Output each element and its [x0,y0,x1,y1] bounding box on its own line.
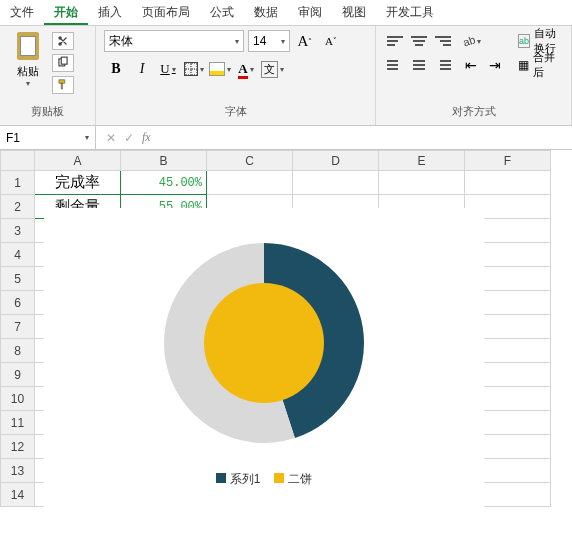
menu-review[interactable]: 审阅 [288,0,332,25]
name-box-value: F1 [6,131,20,145]
menu-data[interactable]: 数据 [244,0,288,25]
fill-icon [209,62,225,76]
row-header-12[interactable]: 12 [1,435,35,459]
fx-icon[interactable]: fx [142,130,151,145]
align-bottom-button[interactable] [432,30,454,52]
ribbon: 粘贴 ▾ 剪贴板 宋体 ▾ [0,26,572,126]
cell-E1[interactable] [379,171,465,195]
merge-center-button[interactable]: ▦ 合并后 [512,54,563,76]
brush-icon [56,78,70,92]
row-header-11[interactable]: 11 [1,411,35,435]
svg-point-3 [204,283,324,403]
paste-button[interactable]: 粘贴 ▾ [8,30,48,88]
underline-button[interactable]: U▾ [156,58,180,80]
align-right-button[interactable] [432,54,454,76]
chevron-down-icon: ▾ [235,37,239,46]
wen-icon: 文 [261,61,278,78]
cell-D1[interactable] [293,171,379,195]
align-center-button[interactable] [408,54,430,76]
svg-text:ab: ab [461,33,477,48]
font-color-button[interactable]: A▾ [234,58,258,80]
menu-view[interactable]: 视图 [332,0,376,25]
formula-input[interactable] [161,126,572,149]
format-painter-button[interactable] [52,76,74,94]
cell-C1[interactable] [207,171,293,195]
decrease-indent-button[interactable]: ⇤ [460,54,482,76]
font-group-label: 字体 [104,102,367,121]
decrease-font-button[interactable]: A˅ [320,30,342,52]
copy-button[interactable] [52,54,74,72]
col-header-A[interactable]: A [35,151,121,171]
chart-legend: 系列1 二饼 [44,471,484,488]
legend-label-series1: 系列1 [230,472,261,486]
row-header-2[interactable]: 2 [1,195,35,219]
wrap-text-button[interactable]: ab 自动换行 [512,30,563,52]
row-header-14[interactable]: 14 [1,483,35,507]
menu-file[interactable]: 文件 [0,0,44,25]
borders-button[interactable]: ▾ [182,58,206,80]
align-middle-button[interactable] [408,30,430,52]
menu-bar: 文件 开始 插入 页面布局 公式 数据 审阅 视图 开发工具 [0,0,572,26]
row-header-5[interactable]: 5 [1,267,35,291]
merge-icon: ▦ [518,58,529,72]
menu-formulas[interactable]: 公式 [200,0,244,25]
row-header-1[interactable]: 1 [1,171,35,195]
align-top-button[interactable] [384,30,406,52]
enter-icon[interactable]: ✓ [124,131,134,145]
row-header-13[interactable]: 13 [1,459,35,483]
name-box[interactable]: F1 ▾ [0,126,96,149]
align-left-button[interactable] [384,54,406,76]
cell-A1[interactable]: 完成率 [35,171,121,195]
font-size-value: 14 [253,34,266,48]
menu-insert[interactable]: 插入 [88,0,132,25]
phonetic-button[interactable]: 文▾ [260,58,284,80]
legend-swatch-series1 [216,473,226,483]
menu-page-layout[interactable]: 页面布局 [132,0,200,25]
cell-B1[interactable]: 45.00% [121,171,207,195]
chevron-down-icon: ▾ [26,79,30,88]
select-all-corner[interactable] [1,151,35,171]
cut-button[interactable] [52,32,74,50]
formula-bar-buttons: ✕ ✓ fx [96,126,161,149]
border-icon [184,62,198,76]
row-header-9[interactable]: 9 [1,363,35,387]
row-header-3[interactable]: 3 [1,219,35,243]
row-header-4[interactable]: 4 [1,243,35,267]
pie-chart-svg [134,223,394,463]
increase-indent-button[interactable]: ⇥ [484,54,506,76]
bold-button[interactable]: B [104,58,128,80]
chevron-down-icon: ▾ [281,37,285,46]
embedded-chart[interactable]: 系列1 二饼 [44,208,484,528]
col-header-B[interactable]: B [121,151,207,171]
clipboard-group-label: 剪贴板 [8,102,87,121]
row-header-10[interactable]: 10 [1,387,35,411]
row-header-8[interactable]: 8 [1,339,35,363]
col-header-F[interactable]: F [465,151,551,171]
italic-button[interactable]: I [130,58,154,80]
merge-label: 合并后 [533,50,557,80]
paste-label: 粘贴 [17,64,39,79]
wrap-icon: ab [518,34,530,48]
ribbon-group-alignment: ab▾ ⇤ ⇥ ab 自动换行 ▦ 合并后 对齐方式 [376,26,572,125]
increase-font-button[interactable]: A˄ [294,30,316,52]
paste-icon [14,30,42,62]
alignment-group-label: 对齐方式 [384,102,563,121]
orientation-button[interactable]: ab▾ [460,30,482,52]
font-size-select[interactable]: 14 ▾ [248,30,290,52]
col-header-E[interactable]: E [379,151,465,171]
formula-bar-row: F1 ▾ ✕ ✓ fx [0,126,572,150]
cell-F1[interactable] [465,171,551,195]
cancel-icon[interactable]: ✕ [106,131,116,145]
chevron-down-icon: ▾ [85,133,89,142]
col-header-C[interactable]: C [207,151,293,171]
menu-home[interactable]: 开始 [44,0,88,25]
menu-developer[interactable]: 开发工具 [376,0,444,25]
col-header-D[interactable]: D [293,151,379,171]
row-header-7[interactable]: 7 [1,315,35,339]
alignment-grid [384,30,454,76]
font-name-select[interactable]: 宋体 ▾ [104,30,244,52]
row-header-6[interactable]: 6 [1,291,35,315]
fill-color-button[interactable]: ▾ [208,58,232,80]
legend-item-series1: 系列1 [216,471,261,488]
copy-icon [56,56,70,70]
